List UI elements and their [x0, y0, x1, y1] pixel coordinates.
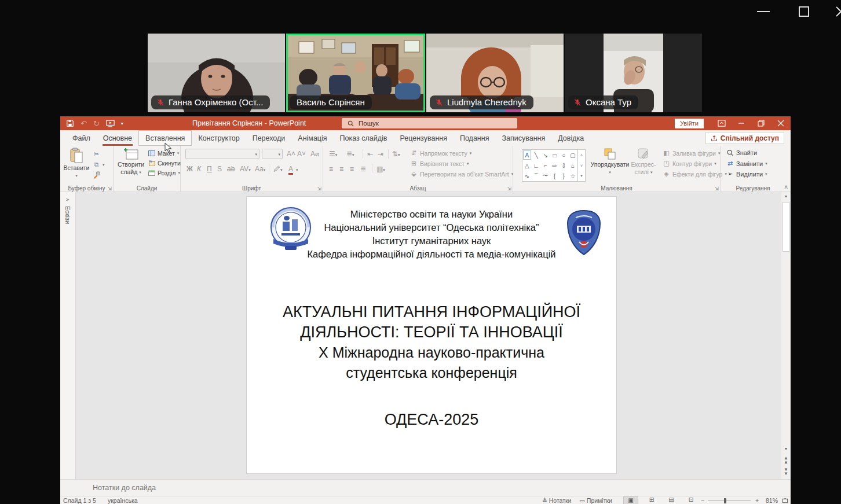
bullets-button[interactable]: ☰▾ [329, 150, 337, 158]
find-button[interactable]: Знайти [726, 149, 757, 156]
collapse-ribbon-icon[interactable]: ˄ [784, 184, 788, 190]
change-case-button[interactable]: Aa▾ [255, 165, 265, 173]
tab-review[interactable]: Рецензування [393, 130, 453, 146]
zoom-level[interactable]: 81% [766, 497, 778, 504]
shadow-button[interactable]: S [217, 165, 222, 173]
sign-in-button[interactable]: Увійти [675, 119, 704, 128]
gallery-up-icon[interactable]: ˄ [578, 150, 585, 160]
shape-rectangle[interactable]: □ [550, 150, 559, 160]
video-tile-vasyl[interactable]: Василь Спрінсян [286, 34, 425, 112]
select-button[interactable]: ➢Виділити▾ [726, 170, 767, 178]
fit-to-window-icon[interactable] [782, 498, 788, 504]
font-color-caret-icon[interactable]: ▾ [296, 168, 298, 172]
gallery-down-icon[interactable]: ˅ [578, 160, 585, 171]
decrease-font-button[interactable]: A˅ [297, 150, 306, 158]
tab-slideshow[interactable]: Показ слайдів [334, 130, 394, 146]
shape-right-arrow[interactable]: ⇨ [550, 160, 559, 171]
align-center-button[interactable]: ≡ [339, 165, 343, 173]
font-name-combobox[interactable]: ▾ [185, 149, 259, 159]
new-slide-button[interactable]: Створити слайд▾ [116, 148, 146, 175]
ribbon-display-options-button[interactable] [712, 116, 732, 130]
shape-elbow-arrow[interactable]: ⌐ [541, 160, 550, 171]
justify-button[interactable]: ≣ [360, 165, 366, 173]
shape-line[interactable]: ╲ [532, 150, 541, 160]
normal-view-button[interactable]: ▣ [623, 496, 638, 504]
app-minimize-button[interactable] [755, 6, 772, 28]
search-input[interactable]: Пошук [342, 118, 517, 128]
app-close-button[interactable] [834, 5, 841, 27]
reset-button[interactable]: Скинути [148, 160, 181, 167]
tab-help[interactable]: Довідка [551, 130, 590, 146]
zoom-out-button[interactable]: − [701, 497, 704, 504]
shape-effects-button[interactable]: ◈Ефекти для фігур▾ [663, 170, 727, 178]
strikethrough-button[interactable]: ab [227, 165, 235, 173]
share-button[interactable]: Спільний доступ [705, 132, 784, 144]
shape-right-brace[interactable]: } [559, 171, 568, 181]
numbering-button[interactable]: ≣▾ [346, 150, 354, 158]
comments-toggle[interactable]: ▭ Примітки [579, 497, 612, 504]
align-right-button[interactable]: ≡ [350, 165, 354, 173]
previous-slide-button[interactable]: ▲▲ [781, 456, 791, 464]
dialog-launcher-icon[interactable]: ⇲ [107, 186, 112, 192]
shape-fill-button[interactable]: ◧Заливка фігури▾ [663, 149, 721, 157]
shape-scribble[interactable]: ∿ [522, 171, 532, 181]
font-size-combobox[interactable]: ▾ [262, 149, 283, 159]
columns-button[interactable]: ▥▾ [376, 165, 385, 173]
slide-canvas[interactable]: Міністерство освіти та науки України Нац… [246, 196, 617, 474]
vertical-scrollbar[interactable]: ▲ ▼ ▲▲ ▼▼ [781, 192, 791, 479]
line-spacing-button[interactable]: ⇅▾ [392, 150, 400, 158]
font-color-button[interactable]: A [288, 165, 293, 175]
tab-file[interactable]: Файл [66, 130, 97, 146]
align-left-button[interactable]: ≡ [329, 165, 333, 173]
gallery-more-icon[interactable]: ▾ [578, 171, 585, 181]
section-button[interactable]: Розділ▾ [148, 170, 180, 176]
replace-button[interactable]: ⇄Замінити▾ [726, 160, 767, 167]
tab-home[interactable]: Основне [97, 130, 138, 146]
next-slide-button[interactable]: ▼▼ [781, 468, 791, 476]
language-indicator[interactable]: українська [108, 497, 138, 504]
undo-icon[interactable]: ↶ [81, 119, 87, 128]
app-maximize-button[interactable] [797, 5, 811, 27]
increase-font-button[interactable]: A˄ [287, 150, 295, 158]
format-painter-button[interactable] [93, 171, 100, 179]
tab-design[interactable]: Конструктор [192, 130, 246, 146]
shape-star[interactable]: ☆ [568, 171, 577, 181]
slide-sorter-view-button[interactable]: ⊞ [644, 496, 659, 504]
tab-recording[interactable]: Записування [495, 130, 551, 146]
underline-button[interactable]: П [207, 165, 212, 173]
shape-arrow[interactable]: ↘ [541, 150, 550, 160]
zoom-in-button[interactable]: + [755, 497, 759, 504]
layout-button[interactable]: Макет▾ [148, 150, 179, 157]
slide-indicator[interactable]: Слайд 1 з 5 [63, 497, 96, 504]
shape-pentagon[interactable]: ⌂ [568, 160, 577, 171]
arrange-button[interactable]: Упорядкувати ▾ [593, 148, 627, 175]
quick-styles-button[interactable]: Експрес- стилі▾ [629, 148, 658, 175]
zoom-slider-thumb[interactable] [724, 498, 726, 503]
redo-icon[interactable]: ↻ [93, 119, 100, 128]
scroll-up-icon[interactable]: ▲ [781, 194, 791, 198]
shape-textbox[interactable]: A [523, 150, 531, 160]
copy-button[interactable]: ⧉▾ [93, 161, 105, 168]
bold-button[interactable]: Ж [187, 165, 193, 173]
scrollbar-thumb[interactable] [783, 202, 789, 252]
shape-left-brace[interactable]: { [550, 171, 559, 181]
notes-pane[interactable]: Нотатки до слайда [60, 479, 791, 496]
tab-animations[interactable]: Анімація [291, 130, 333, 146]
video-tile-hanna[interactable]: Ганна Охріменко (Ост... [148, 34, 285, 112]
shape-curve[interactable]: 〜 [541, 171, 550, 181]
reading-view-button[interactable]: ▤ [664, 496, 679, 504]
shape-elbow-connector[interactable]: ∟ [532, 160, 541, 171]
slideshow-view-button[interactable]: ⊡ [683, 496, 699, 504]
scroll-down-icon[interactable]: ▼ [781, 447, 791, 451]
dialog-launcher-icon[interactable]: ⇲ [714, 186, 719, 192]
shape-down-arrow[interactable]: ⇩ [559, 160, 568, 171]
window-restore-button[interactable] [751, 116, 771, 130]
dialog-launcher-icon[interactable]: ⇲ [317, 186, 321, 192]
shape-rounded-rectangle[interactable]: ▢ [568, 150, 577, 160]
video-tile-oksana[interactable]: Оксана Тур [565, 34, 702, 112]
shape-arc[interactable]: ⌒ [532, 171, 541, 181]
cut-button[interactable]: ✂ [93, 150, 100, 158]
convert-smartart-button[interactable]: ⬙Перетворити на об'єкт SmartArt▾ [410, 170, 513, 178]
start-slideshow-icon[interactable] [106, 120, 115, 127]
save-icon[interactable] [66, 119, 74, 127]
